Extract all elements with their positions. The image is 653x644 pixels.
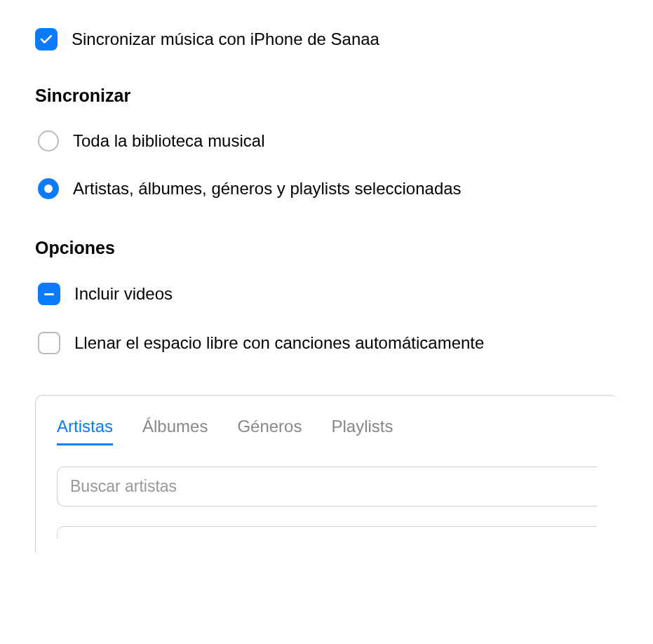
search-input[interactable] (57, 467, 597, 507)
tab-artistas[interactable]: Artistas (57, 417, 113, 445)
options-section-title: Opciones (35, 238, 618, 258)
content-panel: Artistas Álbumes Géneros Playlists (35, 395, 618, 553)
fill-free-space-checkbox[interactable] (38, 332, 60, 354)
tab-generos[interactable]: Géneros (237, 417, 302, 445)
include-videos-label: Incluir videos (74, 284, 173, 304)
check-icon (41, 35, 52, 43)
fill-free-space-label: Llenar el espacio libre con canciones au… (74, 333, 484, 353)
sync-all-radio[interactable] (38, 130, 59, 152)
sync-all-label: Toda la biblioteca musical (73, 131, 264, 151)
sync-all-row: Toda la biblioteca musical (38, 130, 618, 152)
include-videos-row: Incluir videos (38, 283, 618, 305)
sync-music-row: Sincronizar música con iPhone de Sanaa (35, 28, 618, 51)
fill-free-space-row: Llenar el espacio libre con canciones au… (38, 332, 618, 354)
sync-selected-row: Artistas, álbumes, géneros y playlists s… (38, 178, 618, 199)
sync-section-title: Sincronizar (35, 86, 618, 106)
tabs-bar: Artistas Álbumes Géneros Playlists (57, 417, 597, 445)
tab-playlists[interactable]: Playlists (331, 417, 393, 445)
sync-music-checkbox[interactable] (35, 28, 58, 51)
sync-selected-label: Artistas, álbumes, géneros y playlists s… (73, 179, 462, 199)
tab-albumes[interactable]: Álbumes (142, 417, 208, 445)
content-list (57, 526, 597, 539)
sync-selected-radio[interactable] (38, 178, 59, 199)
sync-music-label: Sincronizar música con iPhone de Sanaa (72, 29, 379, 49)
minus-icon (44, 293, 54, 295)
include-videos-checkbox[interactable] (38, 283, 60, 305)
